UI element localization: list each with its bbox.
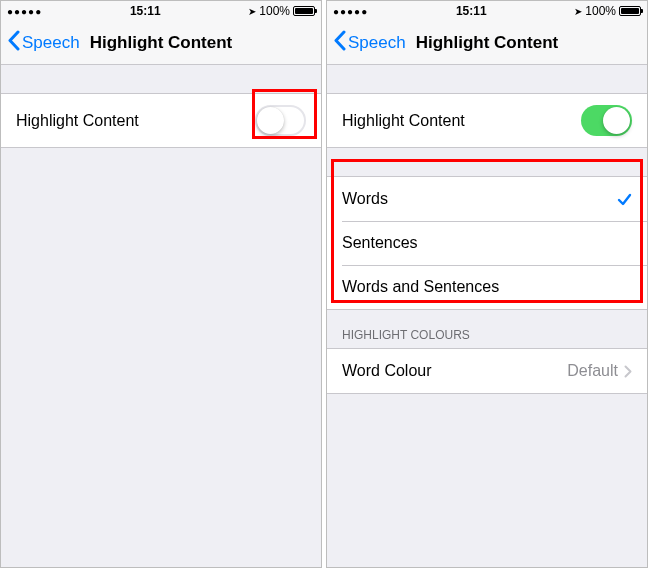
option-label: Words and Sentences [342,278,632,296]
option-words[interactable]: Words [327,177,647,221]
checkmark-icon [617,192,632,207]
back-label: Speech [22,33,80,53]
word-colour-label: Word Colour [342,362,567,380]
signal-dots: ●●●●● [7,6,42,17]
battery-percent: 100% [259,4,290,18]
option-words-and-sentences[interactable]: Words and Sentences [327,265,647,309]
battery-percent: 100% [585,4,616,18]
location-icon: ➤ [574,6,582,17]
phone-left: ●●●●● 15:11 ➤ 100% Speech Highlight Cont… [0,0,322,568]
highlight-content-toggle[interactable] [255,105,306,136]
highlight-content-row: Highlight Content [327,94,647,147]
section-header-colours: HIGHLIGHT COLOURS [327,328,647,348]
content: Highlight Content [1,65,321,567]
nav-bar: Speech Highlight Content [327,21,647,65]
status-bar: ●●●●● 15:11 ➤ 100% [1,1,321,21]
highlight-content-row: Highlight Content [1,94,321,147]
back-label: Speech [348,33,406,53]
back-button[interactable]: Speech [333,30,406,56]
word-colour-row[interactable]: Word Colour Default [327,349,647,393]
chevron-right-icon [624,365,632,378]
content: Highlight Content Words Sentences Words … [327,65,647,567]
status-bar: ●●●●● 15:11 ➤ 100% [327,1,647,21]
highlight-content-toggle[interactable] [581,105,632,136]
signal-dots: ●●●●● [333,6,368,17]
location-icon: ➤ [248,6,256,17]
option-label: Words [342,190,617,208]
battery-icon [619,6,641,16]
status-time: 15:11 [42,4,248,18]
back-button[interactable]: Speech [7,30,80,56]
option-label: Sentences [342,234,632,252]
option-sentences[interactable]: Sentences [327,221,647,265]
nav-bar: Speech Highlight Content [1,21,321,65]
highlight-content-label: Highlight Content [16,112,255,130]
chevron-left-icon [333,30,346,56]
battery-icon [293,6,315,16]
phone-right: ●●●●● 15:11 ➤ 100% Speech Highlight Cont… [326,0,648,568]
highlight-content-label: Highlight Content [342,112,581,130]
word-colour-value: Default [567,362,618,380]
status-time: 15:11 [368,4,574,18]
chevron-left-icon [7,30,20,56]
